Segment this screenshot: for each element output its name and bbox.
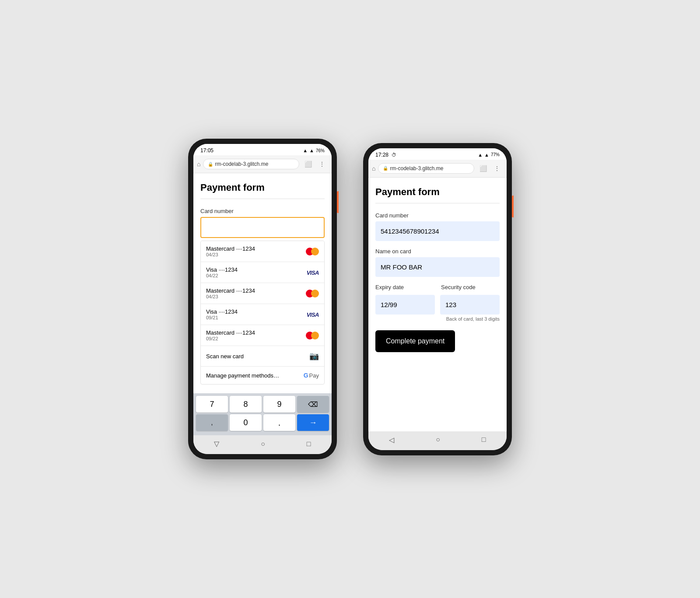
autocomplete-item-2[interactable]: Visa ····1234 04/22 VISA bbox=[201, 262, 324, 283]
key-0[interactable]: 0 bbox=[230, 414, 262, 431]
gpay-badge: G Pay bbox=[304, 372, 319, 379]
expiry-filled[interactable]: 12/99 bbox=[375, 295, 435, 315]
name-on-card-label: Name on card bbox=[375, 248, 500, 255]
browser-bar-right: ⌂ 🔒 rm-codelab-3.glitch.me ⬜ ⋮ bbox=[368, 160, 507, 178]
volume-bar bbox=[337, 191, 339, 213]
page-content-left: Payment form Card number Mastercard ····… bbox=[193, 173, 332, 393]
manage-payment-label: Manage payment methods… bbox=[206, 372, 279, 379]
browser-icons-right: ⬜ ⋮ bbox=[477, 162, 503, 175]
battery-icon-right: 77% bbox=[491, 152, 500, 157]
security-hint: Back of card, last 3 digits bbox=[375, 316, 500, 322]
mastercard-logo-1 bbox=[306, 248, 319, 255]
expiry-security-inputs: 12/99 123 bbox=[375, 295, 500, 315]
page-content-right: Payment form Card number 541234567890123… bbox=[368, 178, 507, 431]
url-text-left: rm-codelab-3.glitch.me bbox=[215, 161, 268, 167]
camera-scan-icon: 📷 bbox=[309, 351, 319, 361]
signal-icon: ▲ bbox=[309, 148, 314, 153]
browser-icons-left: ⬜ ⋮ bbox=[302, 158, 328, 170]
autocomplete-item-4[interactable]: Visa ····1234 09/21 VISA bbox=[201, 304, 324, 325]
nav-bar-left: ▽ ○ □ bbox=[193, 435, 332, 454]
menu-btn-left[interactable]: ⋮ bbox=[316, 158, 328, 170]
key-next[interactable]: → bbox=[297, 414, 329, 431]
browser-bar-left: ⌂ 🔒 rm-codelab-3.glitch.me ⬜ ⋮ bbox=[193, 155, 332, 173]
keyboard-row-2: , 0 . → bbox=[196, 414, 329, 431]
wifi-icon-right: ▲ bbox=[478, 152, 483, 157]
visa-logo-2: VISA bbox=[307, 311, 319, 318]
name-on-card-group: Name on card MR FOO BAR bbox=[375, 248, 500, 277]
autocomplete-list: Mastercard ····1234 04/23 Visa ····1234 … bbox=[200, 241, 325, 385]
page-title-right: Payment form bbox=[375, 186, 500, 198]
scan-new-card-row[interactable]: Scan new card 📷 bbox=[201, 346, 324, 367]
nav-back-icon[interactable]: ▽ bbox=[214, 440, 219, 448]
expiry-security-group: Expiry date Security code 12/99 123 Back… bbox=[375, 284, 500, 322]
lock-icon-right: 🔒 bbox=[383, 166, 388, 171]
nav-back-icon-right[interactable]: ◁ bbox=[389, 436, 394, 444]
manage-payment-row[interactable]: Manage payment methods… G Pay bbox=[201, 367, 324, 384]
phone-right: 17:28 ⏱ ▲ ▲ 77% ⌂ 🔒 rm-codelab-3.glitch.… bbox=[363, 143, 512, 455]
status-time-right: 17:28 ⏱ bbox=[375, 152, 396, 158]
card-number-group: Card number 5412345678901234 bbox=[375, 212, 500, 241]
status-icons-left: ▲ ▲ 76% bbox=[303, 148, 325, 153]
expiry-label: Expiry date bbox=[375, 284, 434, 290]
home-icon[interactable]: ⌂ bbox=[197, 161, 200, 168]
title-divider-left bbox=[200, 199, 325, 199]
tab-switcher-left[interactable]: ⬜ bbox=[302, 158, 314, 170]
name-on-card-filled[interactable]: MR FOO BAR bbox=[375, 257, 500, 277]
url-text-right: rm-codelab-3.glitch.me bbox=[390, 165, 443, 171]
complete-payment-button[interactable]: Complete payment bbox=[375, 330, 455, 352]
key-comma[interactable]: , bbox=[196, 414, 228, 431]
autocomplete-item-5[interactable]: Mastercard ····1234 09/22 bbox=[201, 325, 324, 346]
signal-icon-right: ▲ bbox=[484, 152, 489, 157]
card-number-label-left: Card number bbox=[200, 208, 325, 214]
nav-recents-icon-right[interactable]: □ bbox=[482, 436, 486, 444]
wifi-icon: ▲ bbox=[303, 148, 308, 153]
phone-screen-left: 17:05 ▲ ▲ 76% ⌂ 🔒 rm-codelab-3.glitch.me… bbox=[193, 144, 332, 454]
menu-btn-right[interactable]: ⋮ bbox=[491, 162, 503, 175]
expiry-col: Expiry date bbox=[375, 284, 434, 293]
mastercard-logo-3 bbox=[306, 332, 319, 339]
card-number-filled[interactable]: 5412345678901234 bbox=[375, 221, 500, 241]
card-number-label-right: Card number bbox=[375, 212, 500, 219]
nav-home-icon[interactable]: ○ bbox=[261, 440, 265, 448]
tab-switcher-right[interactable]: ⬜ bbox=[477, 162, 489, 175]
key-backspace[interactable]: ⌫ bbox=[297, 396, 329, 413]
volume-bar-right bbox=[512, 196, 514, 217]
status-icons-right: ▲ ▲ 77% bbox=[478, 152, 500, 157]
url-bar-right[interactable]: 🔒 rm-codelab-3.glitch.me bbox=[378, 163, 474, 174]
home-icon-right[interactable]: ⌂ bbox=[372, 165, 375, 172]
autocomplete-item-3[interactable]: Mastercard ····1234 04/23 bbox=[201, 283, 324, 304]
url-bar-left[interactable]: 🔒 rm-codelab-3.glitch.me bbox=[203, 159, 299, 169]
key-9[interactable]: 9 bbox=[263, 396, 295, 413]
key-7[interactable]: 7 bbox=[196, 396, 228, 413]
visa-logo-1: VISA bbox=[307, 269, 319, 276]
title-divider-right bbox=[375, 203, 500, 203]
nav-bar-right: ◁ ○ □ bbox=[368, 431, 507, 450]
scan-new-card-label: Scan new card bbox=[206, 353, 244, 360]
phone-screen-right: 17:28 ⏱ ▲ ▲ 77% ⌂ 🔒 rm-codelab-3.glitch.… bbox=[368, 148, 507, 450]
nav-recents-icon[interactable]: □ bbox=[307, 440, 311, 448]
status-time-left: 17:05 bbox=[200, 147, 214, 154]
key-dot[interactable]: . bbox=[263, 414, 295, 431]
page-title-left: Payment form bbox=[200, 182, 325, 193]
security-col: Security code bbox=[441, 284, 500, 293]
key-8[interactable]: 8 bbox=[230, 396, 262, 413]
autocomplete-item-1[interactable]: Mastercard ····1234 04/23 bbox=[201, 241, 324, 262]
status-bar-right: 17:28 ⏱ ▲ ▲ 77% bbox=[368, 148, 507, 160]
battery-icon: 76% bbox=[316, 148, 325, 153]
card-number-input-left[interactable] bbox=[200, 217, 325, 238]
status-bar-left: 17:05 ▲ ▲ 76% bbox=[193, 144, 332, 155]
mastercard-logo-2 bbox=[306, 290, 319, 297]
security-filled[interactable]: 123 bbox=[440, 295, 500, 315]
nav-home-icon-right[interactable]: ○ bbox=[436, 436, 440, 444]
keyboard-row-1: 7 8 9 ⌫ bbox=[196, 396, 329, 413]
lock-icon-left: 🔒 bbox=[208, 162, 213, 167]
phone-left: 17:05 ▲ ▲ 76% ⌂ 🔒 rm-codelab-3.glitch.me… bbox=[188, 139, 337, 459]
security-label: Security code bbox=[441, 284, 500, 290]
numeric-keyboard: 7 8 9 ⌫ , 0 . → bbox=[193, 393, 332, 435]
